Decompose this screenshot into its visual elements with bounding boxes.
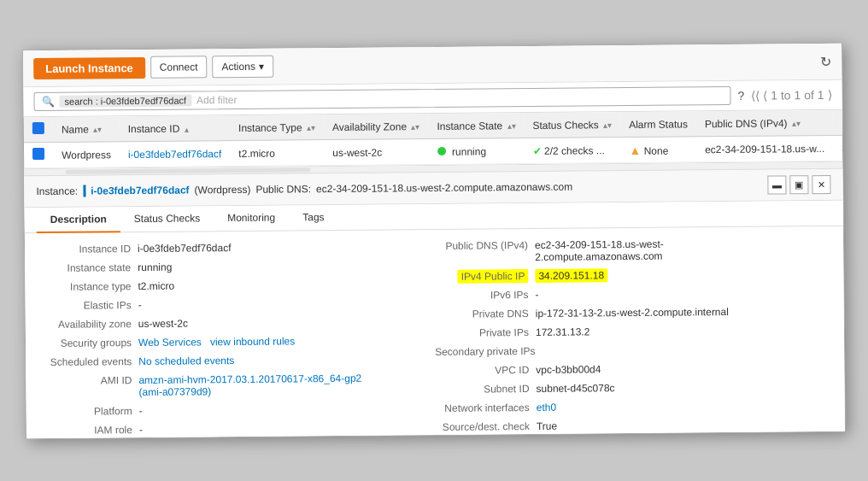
desc-row-ami: AMI ID amzn-ami-hvm-2017.03.1.20170617-x… <box>38 369 435 400</box>
label-ipv6: IPv6 IPs <box>434 289 528 302</box>
chevron-down-icon: ▾ <box>259 60 264 72</box>
add-filter-label[interactable]: Add filter <box>196 94 237 106</box>
label-vpc: VPC ID <box>435 364 529 377</box>
col-instance-type[interactable]: Instance Type ▴▾ <box>230 114 324 140</box>
col-state[interactable]: Instance State ▴▾ <box>428 113 524 138</box>
scroll-track <box>65 167 310 174</box>
desc-row-subnet: Subnet ID subnet-d45c078c <box>435 378 832 396</box>
ipv4-label-highlight: IPv4 Public IP <box>458 269 529 284</box>
help-icon[interactable]: ? <box>737 88 744 102</box>
desc-right-col: Public DNS (IPv4) ec2-34-209-151-18.us-w… <box>434 234 834 437</box>
ami-link[interactable]: amzn-ami-hvm-2017.03.1.20170617-x86_64-g… <box>138 372 361 397</box>
label-private-ip: Private IPs <box>435 326 529 339</box>
search-icon: 🔍 <box>41 95 54 107</box>
row-checkbox[interactable] <box>32 147 44 159</box>
value-vpc: vpc-b3bb00d4 <box>536 361 832 375</box>
value-instance-id: i-0e3fdeb7edf76dacf <box>138 240 434 255</box>
prev-page-icon[interactable]: ⟨ <box>763 88 767 102</box>
scheduled-link[interactable]: No scheduled events <box>138 355 234 367</box>
panel-expand-button[interactable]: ▣ <box>789 175 808 194</box>
first-page-icon[interactable]: ⟨⟨ <box>751 88 760 102</box>
search-tag: search : i-0e3fdeb7edf76dacf <box>59 94 191 107</box>
pagination: ⟨⟨ ⟨ 1 to 1 of 1 ⟩ <box>751 87 831 102</box>
label-subnet: Subnet ID <box>435 383 529 396</box>
aws-console-window: Launch Instance Connect Actions ▾ ↻ 🔍 se… <box>22 42 846 438</box>
toolbar: Launch Instance Connect Actions ▾ ↻ <box>23 43 842 86</box>
desc-row-type: Instance type t2.micro <box>37 275 434 294</box>
cell-name: Wordpress <box>53 141 120 167</box>
desc-row-private-ip: Private IPs 172.31.13.2 <box>435 321 832 340</box>
value-elastic-ip: - <box>138 296 435 310</box>
tab-monitoring[interactable]: Monitoring <box>214 205 289 232</box>
tab-tags[interactable]: Tags <box>289 204 338 230</box>
label-elastic-ip: Elastic IPs <box>38 299 132 312</box>
value-ebs-opt: False <box>537 436 833 437</box>
value-public-ip: 34.209.151.18 <box>535 267 831 281</box>
value-public-dns: ec2-34-209-151-18.us-west-2.compute.amaz… <box>535 236 831 262</box>
refresh-icon[interactable]: ↻ <box>820 53 831 69</box>
panel-minimize-button[interactable]: ▬ <box>767 175 786 194</box>
inbound-rules-link[interactable]: view inbound rules <box>210 335 296 348</box>
desc-row-platform: Platform - <box>38 400 436 419</box>
select-all-header[interactable] <box>24 116 53 142</box>
instances-table-area: Name ▴▾ Instance ID ▴ Instance Type ▴▾ A… <box>24 109 842 168</box>
pagination-text: 1 to 1 of 1 <box>771 88 824 103</box>
sort-type-icon: ▴▾ <box>307 122 315 132</box>
label-iam-role: IAM role <box>38 424 132 437</box>
security-group-link[interactable]: Web Services <box>138 336 202 349</box>
desc-row-private-dns: Private DNS ip-172-31-13-2.us-west-2.com… <box>435 302 832 321</box>
value-platform: - <box>139 402 436 416</box>
select-all-checkbox[interactable] <box>32 121 44 133</box>
col-alarm[interactable]: Alarm Status <box>620 111 696 137</box>
col-public-ip[interactable]: IPv4 Public IP <box>833 109 842 135</box>
desc-row-secondary-ip: Secondary private IPs <box>435 340 832 359</box>
label-ami: AMI ID <box>38 374 132 387</box>
desc-row-source-dest: Source/dest. check True <box>436 415 833 434</box>
label-security-groups: Security groups <box>38 337 132 349</box>
tab-status-checks[interactable]: Status Checks <box>120 206 214 232</box>
col-instance-id[interactable]: Instance ID ▴ <box>120 115 231 142</box>
sort-id-icon: ▴ <box>185 124 189 133</box>
tab-description[interactable]: Description <box>37 207 120 233</box>
value-instance-type: t2.micro <box>138 277 434 291</box>
eth0-link[interactable]: eth0 <box>537 401 556 413</box>
panel-close-button[interactable]: ✕ <box>812 174 830 193</box>
label-public-dns: Public DNS (IPv4) <box>434 239 528 252</box>
col-status-checks[interactable]: Status Checks ▴▾ <box>524 112 620 138</box>
launch-instance-button[interactable]: Launch Instance <box>33 56 145 79</box>
col-az[interactable]: Availability Zone ▴▾ <box>324 114 429 140</box>
connect-button[interactable]: Connect <box>150 56 208 79</box>
value-secondary-ip <box>542 342 832 344</box>
instance-id-link[interactable]: i-0e3fdeb7edf76dacf <box>128 147 222 160</box>
label-private-dns: Private DNS <box>435 308 529 320</box>
value-scheduled: No scheduled events <box>138 352 435 367</box>
label-scheduled: Scheduled events <box>38 355 132 368</box>
value-private-dns: ip-172-31-13-2.us-west-2.compute.interna… <box>536 304 832 319</box>
desc-row-vpc: VPC ID vpc-b3bb00d4 <box>435 359 832 378</box>
ipv4-value-highlight: 34.209.151.18 <box>535 268 607 283</box>
col-name[interactable]: Name ▴▾ <box>53 116 120 142</box>
search-input-container[interactable]: 🔍 search : i-0e3fdeb7edf76dacf Add filte… <box>33 85 730 110</box>
label-source-dest: Source/dest. check <box>436 420 530 433</box>
actions-button[interactable]: Actions ▾ <box>212 55 273 78</box>
dns-value-header: ec2-34-209-151-18.us-west-2.compute.amaz… <box>316 180 572 195</box>
label-instance-type: Instance type <box>37 280 131 293</box>
desc-row-public-ip: IPv4 Public IP 34.209.151.18 <box>434 265 831 284</box>
desc-row-state: Instance state running <box>37 256 434 275</box>
desc-row-network: Network interfaces eth0 <box>436 396 833 415</box>
label-platform: Platform <box>38 405 132 418</box>
value-ipv6: - <box>535 285 831 300</box>
value-iam-role: - <box>139 420 436 435</box>
desc-row-iam: IAM role - <box>38 419 436 437</box>
value-source-dest: True <box>537 417 833 431</box>
state-text: running <box>452 144 486 156</box>
value-security-groups: Web Services view inbound rules <box>138 333 435 348</box>
sort-az-icon: ▴▾ <box>411 121 419 131</box>
col-public-dns[interactable]: Public DNS (IPv4) ▴▾ <box>696 109 833 136</box>
desc-row-public-dns: Public DNS (IPv4) ec2-34-209-151-18.us-w… <box>434 234 831 265</box>
value-network: eth0 <box>537 398 833 413</box>
row-checkbox-cell[interactable] <box>24 142 53 167</box>
next-page-icon[interactable]: ⟩ <box>827 87 831 101</box>
sort-dns-icon: ▴▾ <box>792 118 801 127</box>
desc-row-az: Availability zone us-west-2c <box>38 313 435 331</box>
